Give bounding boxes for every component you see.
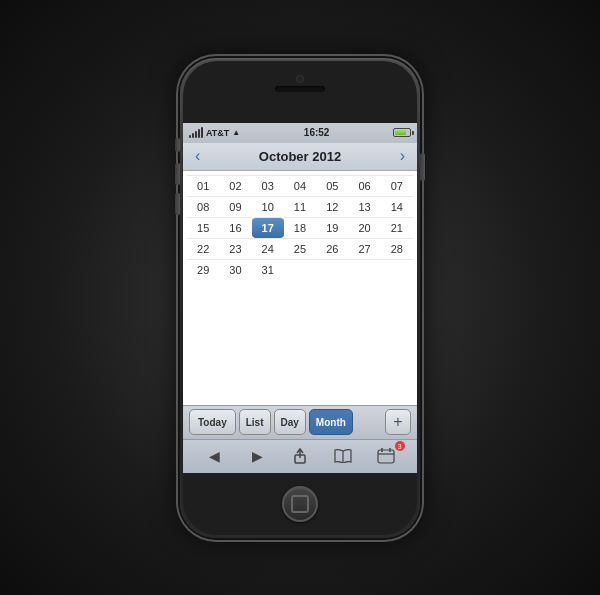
signal-bar-5 (201, 127, 203, 138)
speaker-grille (275, 86, 325, 92)
signal-bar-2 (192, 133, 194, 138)
calendar-day-08[interactable]: 08 (187, 196, 219, 217)
calendar-day-02[interactable]: 02 (219, 175, 251, 196)
calendar-day-15[interactable]: 15 (187, 217, 219, 238)
calendar-grid: 01 02 03 04 05 06 07 08 09 10 11 12 (183, 171, 417, 405)
calendar-day-27[interactable]: 27 (348, 238, 380, 259)
svg-rect-3 (378, 450, 394, 463)
power-button[interactable] (420, 153, 425, 181)
calendar-badge-button[interactable]: 3 (372, 444, 400, 468)
calendar-day-30[interactable]: 30 (219, 259, 251, 280)
calendar-day-23[interactable]: 23 (219, 238, 251, 259)
calendar-day-17[interactable]: 17 (252, 217, 284, 238)
screen: AT&T ▲ 16:52 ‹ October 2012 › (183, 123, 417, 473)
calendar-toolbar: Today List Day Month + (183, 405, 417, 439)
battery-fill (395, 130, 406, 135)
calendar-week-1: 01 02 03 04 05 06 07 (187, 175, 413, 196)
book-icon (334, 449, 352, 463)
ios-bottom-bar: ◀ ▶ (183, 439, 417, 473)
calendar-nav: ‹ October 2012 › (183, 143, 417, 171)
calendar-day-empty-4 (381, 259, 413, 280)
volume-up-button[interactable] (175, 163, 180, 185)
calendar-day-21[interactable]: 21 (381, 217, 413, 238)
calendar-day-07[interactable]: 07 (381, 175, 413, 196)
prev-month-button[interactable]: ‹ (191, 147, 204, 165)
calendar-day-19[interactable]: 19 (316, 217, 348, 238)
calendar-day-10[interactable]: 10 (252, 196, 284, 217)
calendar-day-28[interactable]: 28 (381, 238, 413, 259)
share-icon (292, 448, 308, 464)
add-event-button[interactable]: + (385, 409, 411, 435)
calendar-day-18[interactable]: 18 (284, 217, 316, 238)
signal-bar-3 (195, 131, 197, 138)
phone-frame: AT&T ▲ 16:52 ‹ October 2012 › (180, 58, 420, 538)
status-bar: AT&T ▲ 16:52 (183, 123, 417, 143)
home-button[interactable] (282, 486, 318, 522)
wifi-icon: ▲ (232, 128, 240, 137)
calendar-day-01[interactable]: 01 (187, 175, 219, 196)
calendar-day-03[interactable]: 03 (252, 175, 284, 196)
calendar-day-empty-3 (348, 259, 380, 280)
calendar-day-empty-2 (316, 259, 348, 280)
signal-bar-1 (189, 135, 191, 138)
calendar-day-12[interactable]: 12 (316, 196, 348, 217)
carrier-label: AT&T (206, 128, 229, 138)
list-button[interactable]: List (239, 409, 271, 435)
calendar-day-31[interactable]: 31 (252, 259, 284, 280)
book-button[interactable] (329, 444, 357, 468)
share-button[interactable] (286, 444, 314, 468)
calendar-month-title: October 2012 (259, 149, 341, 164)
calendar-day-13[interactable]: 13 (348, 196, 380, 217)
calendar-day-24[interactable]: 24 (252, 238, 284, 259)
bottom-bezel (183, 473, 417, 535)
clock: 16:52 (304, 127, 330, 138)
calendar-day-09[interactable]: 09 (219, 196, 251, 217)
next-month-button[interactable]: › (396, 147, 409, 165)
calendar-week-4: 22 23 24 25 26 27 28 (187, 238, 413, 259)
signal-bar-4 (198, 129, 200, 138)
top-bezel (183, 61, 417, 123)
month-button[interactable]: Month (309, 409, 353, 435)
calendar-day-11[interactable]: 11 (284, 196, 316, 217)
calendar-day-22[interactable]: 22 (187, 238, 219, 259)
forward-button[interactable]: ▶ (243, 444, 271, 468)
calendar-day-26[interactable]: 26 (316, 238, 348, 259)
calendar-day-04[interactable]: 04 (284, 175, 316, 196)
status-left: AT&T ▲ (189, 128, 240, 138)
signal-bars (189, 128, 203, 138)
calendar-day-06[interactable]: 06 (348, 175, 380, 196)
calendar-weeks: 01 02 03 04 05 06 07 08 09 10 11 12 (187, 175, 413, 280)
calendar-day-empty-1 (284, 259, 316, 280)
volume-down-button[interactable] (175, 193, 180, 215)
front-camera (296, 75, 304, 83)
calendar-day-20[interactable]: 20 (348, 217, 380, 238)
calendar-day-29[interactable]: 29 (187, 259, 219, 280)
calendar-badge-count: 3 (395, 441, 405, 451)
calendar-week-2: 08 09 10 11 12 13 14 (187, 196, 413, 217)
calendar-day-25[interactable]: 25 (284, 238, 316, 259)
back-button[interactable]: ◀ (200, 444, 228, 468)
today-button[interactable]: Today (189, 409, 236, 435)
calendar-day-16[interactable]: 16 (219, 217, 251, 238)
home-button-inner (291, 495, 309, 513)
day-button[interactable]: Day (274, 409, 306, 435)
calendar-week-3: 15 16 17 18 19 20 21 (187, 217, 413, 238)
calendar-week-5: 29 30 31 (187, 259, 413, 280)
mute-button[interactable] (175, 138, 180, 152)
calendar-day-05[interactable]: 05 (316, 175, 348, 196)
phone-inner: AT&T ▲ 16:52 ‹ October 2012 › (183, 61, 417, 535)
battery-icon (393, 128, 411, 137)
calendar-icon (377, 448, 395, 464)
status-right (393, 128, 411, 137)
calendar-day-14[interactable]: 14 (381, 196, 413, 217)
